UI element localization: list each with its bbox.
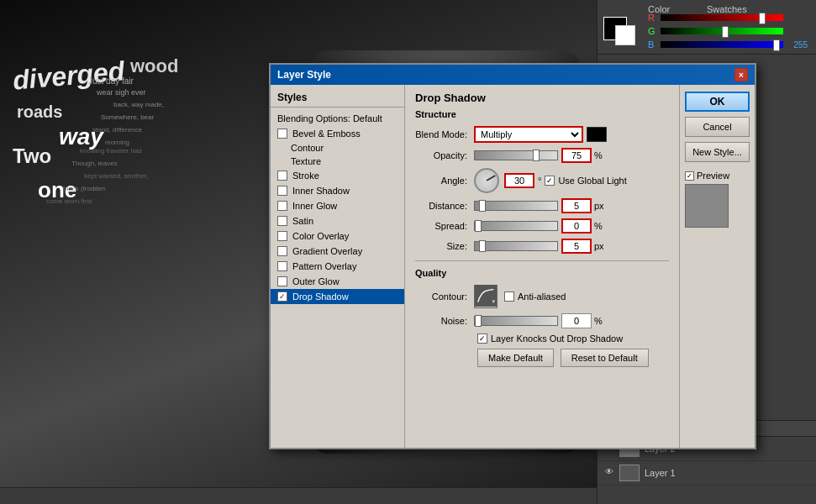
close-button[interactable]: ×: [734, 68, 748, 81]
drop-shadow-checkbox[interactable]: [277, 291, 287, 302]
texture-sub-item[interactable]: Texture: [271, 155, 404, 168]
size-input[interactable]: [561, 239, 592, 254]
contour-row: Contour: Anti-aliased: [415, 285, 669, 308]
g-slider[interactable]: [661, 28, 783, 34]
bevel-label: Bevel & Emboss: [292, 129, 361, 139]
outer-glow-item[interactable]: Outer Glow: [271, 274, 404, 289]
layer-row[interactable]: 👁 Layer 1: [598, 461, 816, 486]
g-label: G: [648, 26, 658, 36]
inner-glow-checkbox[interactable]: [277, 201, 287, 211]
opacity-slider-container: %: [474, 148, 669, 163]
size-slider[interactable]: [474, 241, 558, 251]
inner-shadow-label: Inner Shadow: [292, 186, 350, 196]
opacity-input[interactable]: [561, 148, 592, 163]
layer-knocks-control: Layer Knocks Out Drop Shadow: [477, 333, 623, 344]
section-title: Drop Shadow: [415, 92, 669, 104]
stroke-checkbox[interactable]: [277, 171, 287, 181]
bevel-emboss-item[interactable]: Bevel & Emboss: [271, 126, 404, 141]
opacity-label: Opacity:: [415, 150, 474, 160]
blend-mode-label: Blend Mode:: [415, 129, 474, 139]
contour-control: Anti-aliased: [474, 285, 566, 308]
spread-row: Spread: %: [415, 218, 669, 234]
distance-slider[interactable]: [474, 201, 558, 211]
color-swatch-area[interactable]: [602, 15, 644, 49]
preview-thumbnail: [685, 184, 729, 228]
distance-unit: px: [594, 201, 611, 211]
spread-input[interactable]: [561, 218, 592, 234]
outer-glow-checkbox[interactable]: [277, 276, 287, 286]
blending-options-item[interactable]: Blending Options: Default: [271, 111, 404, 126]
pattern-overlay-item[interactable]: Pattern Overlay: [271, 259, 404, 274]
content-panel: Drop Shadow Structure Blend Mode: Multip…: [405, 85, 679, 448]
styles-panel-header: Styles: [271, 88, 404, 108]
blend-mode-row: Blend Mode: Multiply Normal Screen Overl…: [415, 126, 669, 143]
ok-button[interactable]: OK: [685, 92, 750, 112]
size-row: Size: px: [415, 239, 669, 254]
inner-shadow-checkbox[interactable]: [277, 186, 287, 196]
contour-sub-item[interactable]: Contour: [271, 141, 404, 155]
shadow-color-swatch[interactable]: [587, 127, 607, 142]
r-slider[interactable]: [661, 14, 783, 21]
dialog-body: Styles Blending Options: Default Bevel &…: [271, 85, 755, 448]
gradient-overlay-item[interactable]: Gradient Overlay: [271, 244, 404, 259]
size-slider-container: px: [474, 239, 669, 254]
drop-shadow-item[interactable]: Drop Shadow: [271, 289, 404, 304]
b-label: B: [648, 39, 658, 50]
section-subtitle: Structure: [415, 109, 669, 119]
bottom-buttons: Make Default Reset to Default: [415, 349, 669, 367]
noise-input[interactable]: [561, 313, 592, 328]
satin-item[interactable]: Satin: [271, 213, 404, 228]
spread-slider[interactable]: [474, 221, 558, 231]
blend-mode-select[interactable]: Multiply Normal Screen Overlay: [474, 126, 583, 143]
contour-dropdown[interactable]: [474, 285, 497, 308]
preview-checkbox-label[interactable]: Preview: [685, 171, 750, 181]
inner-shadow-item[interactable]: Inner Shadow: [271, 183, 404, 198]
opacity-unit: %: [594, 150, 611, 160]
layer-knocks-checkbox[interactable]: [477, 333, 487, 344]
blending-options-label: Blending Options: Default: [277, 113, 382, 123]
global-light-checkbox[interactable]: [545, 176, 555, 186]
bevel-checkbox[interactable]: [277, 129, 287, 139]
new-style-button[interactable]: New Style...: [685, 142, 750, 162]
preview-checkbox[interactable]: [685, 171, 694, 181]
layer-thumbnail: [619, 465, 640, 481]
color-swatches-panel: Color Swatches R G B: [598, 0, 816, 55]
make-default-button[interactable]: Make Default: [477, 349, 554, 367]
anti-aliased-label[interactable]: Anti-aliased: [504, 291, 566, 302]
distance-input[interactable]: [561, 198, 592, 213]
b-slider[interactable]: [661, 41, 783, 48]
size-unit: px: [594, 241, 611, 251]
outer-glow-label: Outer Glow: [292, 276, 340, 286]
divider: [415, 260, 669, 261]
color-overlay-item[interactable]: Color Overlay: [271, 228, 404, 244]
noise-slider[interactable]: [474, 316, 558, 326]
angle-widget[interactable]: [474, 168, 499, 193]
global-light-label[interactable]: Use Global Light: [545, 176, 626, 186]
status-bar: [0, 487, 597, 504]
spread-label: Spread:: [415, 221, 474, 231]
anti-aliased-checkbox[interactable]: [504, 291, 514, 302]
pattern-overlay-label: Pattern Overlay: [292, 261, 356, 271]
angle-label: Angle:: [415, 176, 474, 186]
action-buttons: Make Default Reset to Default: [477, 349, 649, 367]
dialog-buttons: OK Cancel New Style... Preview: [679, 85, 755, 448]
layer-1-name: Layer 1: [645, 468, 676, 478]
layer-style-dialog: Layer Style × Styles Blending Options: D…: [269, 63, 756, 449]
rgb-sliders: R G B 255: [648, 13, 808, 53]
quality-title: Quality: [415, 268, 669, 278]
angle-input[interactable]: [504, 173, 534, 188]
satin-checkbox[interactable]: [277, 216, 287, 226]
drop-shadow-label: Drop Shadow: [292, 291, 349, 302]
layer-eye-icon[interactable]: 👁: [603, 467, 616, 479]
cancel-button[interactable]: Cancel: [685, 117, 750, 137]
preview-section: Preview: [685, 171, 750, 228]
gradient-overlay-checkbox[interactable]: [277, 246, 287, 256]
opacity-slider[interactable]: [474, 150, 558, 160]
inner-glow-item[interactable]: Inner Glow: [271, 198, 404, 213]
layer-knocks-label[interactable]: Layer Knocks Out Drop Shadow: [477, 333, 623, 344]
reset-default-button[interactable]: Reset to Default: [561, 349, 649, 367]
color-overlay-checkbox[interactable]: [277, 231, 287, 241]
inner-glow-label: Inner Glow: [292, 201, 337, 211]
pattern-overlay-checkbox[interactable]: [277, 261, 287, 271]
stroke-item[interactable]: Stroke: [271, 168, 404, 183]
